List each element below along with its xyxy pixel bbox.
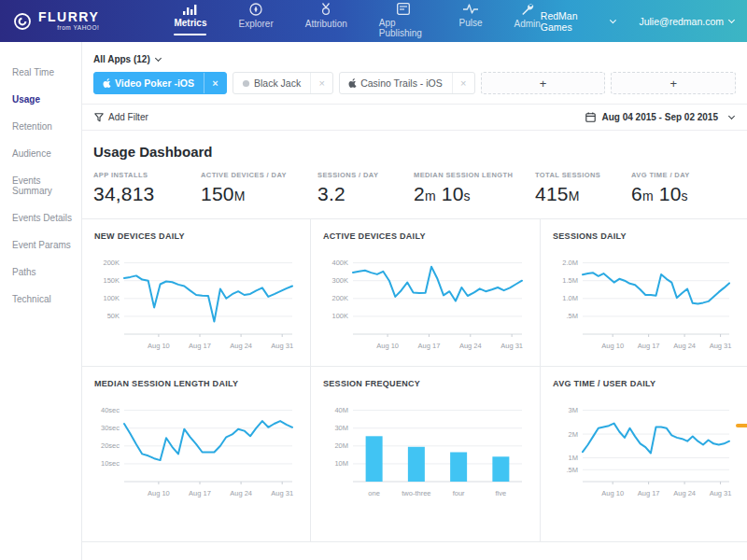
chart-title: MEDIAN SESSION LENGTH DAILY <box>94 379 298 388</box>
nav-item[interactable]: Explorer <box>238 0 273 36</box>
svg-text:.5M: .5M <box>566 466 578 474</box>
filter-bar: Add Filter Aug 04 2015 - Sep 02 2015 <box>82 104 747 131</box>
chart-panel-median-session-length-daily: MEDIAN SESSION LENGTH DAILY 10sec20sec30… <box>82 367 311 541</box>
metric-value: 6m 10s <box>631 183 690 205</box>
add-filter-button[interactable]: Add Filter <box>94 112 148 122</box>
svg-text:Aug 10: Aug 10 <box>148 489 170 497</box>
user-dropdown[interactable]: Julie@redman.com <box>639 16 734 27</box>
sidebar-item[interactable]: Event Params <box>0 231 81 259</box>
sidebar-item-label: Event Params <box>12 240 71 250</box>
date-range-label: Aug 04 2015 - Sep 02 2015 <box>601 112 718 122</box>
svg-text:300K: 300K <box>331 276 348 285</box>
sidebar-item-label: Audience <box>12 148 51 159</box>
app-chip-label: Video Poker -iOS <box>115 77 204 89</box>
svg-text:two-three: two-three <box>402 489 430 497</box>
chevron-down-icon <box>728 113 735 119</box>
sidebar-item-label: Events Summary <box>12 175 52 196</box>
sidebar-item[interactable]: Real Time <box>0 59 81 86</box>
brand-sub: from YAHOO! <box>38 25 99 32</box>
chart-panel-avg-time-user-daily: AVG TIME / USER DAILY .5M1M2M3MAug 10Aug… <box>541 367 747 541</box>
chart-grid: NEW DEVICES DAILY 50K100K150K200KAug 10A… <box>82 218 747 542</box>
sidebar-item-label: Retention <box>12 121 52 132</box>
app-chips-row: Video Poker -iOS × Black Jack × <box>93 72 736 94</box>
explorer-compass-icon <box>249 3 262 16</box>
svg-text:50K: 50K <box>107 312 120 320</box>
svg-text:Aug 24: Aug 24 <box>673 342 696 350</box>
calendar-icon <box>585 112 596 122</box>
sidebar-item-label: Paths <box>12 267 36 277</box>
nav-item-label: Attribution <box>305 19 347 29</box>
nav-item-label: App Publishing <box>379 18 428 38</box>
metric-value: 2m 10s <box>414 183 535 205</box>
chip-close-icon[interactable]: × <box>452 73 474 93</box>
app-chip[interactable]: Black Jack × <box>233 72 333 94</box>
metric: APP INSTALLS 34,813 <box>93 171 201 205</box>
flurry-logo[interactable]: FLURRY from YAHOO! <box>13 10 148 32</box>
chip-close-icon[interactable]: × <box>310 73 332 93</box>
all-apps-dropdown[interactable]: All Apps (12) <box>93 54 161 64</box>
svg-text:1M: 1M <box>569 454 578 462</box>
sidebar-item[interactable]: Usage <box>0 86 81 113</box>
nav-item[interactable]: Pulse <box>458 0 482 35</box>
date-range-picker[interactable]: Aug 04 2015 - Sep 02 2015 <box>585 112 734 122</box>
account-name: RedMan Games <box>541 10 605 33</box>
svg-text:Aug 24: Aug 24 <box>230 489 252 497</box>
metric-value: 34,813 <box>93 183 201 205</box>
nav-item[interactable]: Metrics <box>174 0 206 35</box>
metric-label: ACTIVE DEVICES / DAY <box>201 171 317 179</box>
nav-right: RedMan Games Julie@redman.com <box>541 10 734 33</box>
svg-text:Aug 17: Aug 17 <box>638 342 660 350</box>
page-title: Usage Dashboard <box>82 131 747 161</box>
metrics-bar-chart-icon <box>183 3 197 15</box>
metric: TOTAL SESSIONS 415M <box>535 171 631 205</box>
new-devices-daily-chart: 50K100K150K200KAug 10Aug 17Aug 24Aug 31 <box>94 248 298 353</box>
svg-text:Aug 17: Aug 17 <box>638 489 660 497</box>
svg-text:Aug 17: Aug 17 <box>189 342 211 350</box>
nav-item-label: Explorer <box>238 19 273 29</box>
sidebar-item-label: Events Details <box>12 213 72 223</box>
app-chip[interactable]: Video Poker -iOS × <box>93 72 227 94</box>
chart-title: NEW DEVICES DAILY <box>94 231 298 241</box>
app-chip[interactable]: Casino Trails - iOS × <box>339 72 475 94</box>
svg-text:Aug 17: Aug 17 <box>418 342 441 350</box>
svg-text:.5M: .5M <box>566 312 578 320</box>
nav-item[interactable]: Admin <box>514 0 541 36</box>
svg-text:200K: 200K <box>331 294 348 302</box>
sidebar-item[interactable]: Technical <box>0 286 81 313</box>
chart-panel-new-devices-daily: NEW DEVICES DAILY 50K100K150K200KAug 10A… <box>82 219 311 367</box>
metric-label: AVG TIME / DAY <box>631 171 690 179</box>
sidebar-item[interactable]: Events Summary <box>0 167 81 204</box>
orange-dash-decoration <box>736 424 747 427</box>
account-dropdown[interactable]: RedMan Games <box>541 10 615 33</box>
active-devices-daily-chart: 100K200K300K400KAug 10Aug 17Aug 24Aug 31 <box>323 248 528 353</box>
metric-label: SESSIONS / DAY <box>317 171 414 179</box>
sidebar-item[interactable]: Audience <box>0 140 81 167</box>
svg-text:Aug 24: Aug 24 <box>673 489 696 497</box>
chip-close-icon[interactable]: × <box>204 73 226 93</box>
chart-title: ACTIVE DEVICES DAILY <box>323 231 528 241</box>
nav-item-label: Metrics <box>174 18 206 28</box>
sidebar-item[interactable]: Events Details <box>0 204 81 231</box>
app-dot-icon <box>242 78 250 89</box>
svg-text:1.0M: 1.0M <box>562 294 578 302</box>
funnel-icon <box>94 113 104 122</box>
add-app-button[interactable]: + <box>611 72 736 94</box>
svg-text:2.0M: 2.0M <box>562 259 578 267</box>
active-underline <box>305 35 347 36</box>
svg-text:Aug 10: Aug 10 <box>376 342 399 350</box>
main-content: All Apps (12) Video Poker -iOS × <box>82 42 747 560</box>
svg-text:Aug 31: Aug 31 <box>500 342 523 350</box>
metric-value: 415M <box>535 183 631 205</box>
metric: ACTIVE DEVICES / DAY 150M <box>201 171 317 205</box>
nav-item[interactable]: Attribution <box>305 0 347 36</box>
add-app-button[interactable]: + <box>481 72 606 94</box>
sidebar-item-label: Technical <box>12 294 51 304</box>
svg-text:five: five <box>496 489 507 497</box>
nav-item[interactable]: App Publishing <box>379 0 428 46</box>
svg-text:30sec: 30sec <box>101 424 120 432</box>
sidebar-item[interactable]: Retention <box>0 113 81 140</box>
apple-icon <box>103 78 111 89</box>
sidebar-item[interactable]: Paths <box>0 259 81 286</box>
sidebar: Real Time Usage Retention Audience Event… <box>0 42 82 560</box>
chart-panel-session-frequency: SESSION FREQUENCY 10M20M30M40Monetwo-thr… <box>311 367 541 541</box>
